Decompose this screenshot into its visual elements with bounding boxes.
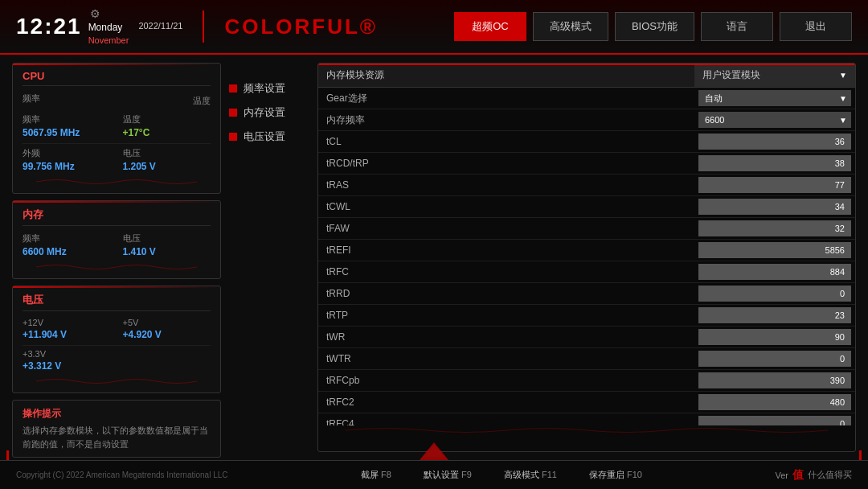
dropdown-arrow-icon[interactable]: ▼ bbox=[839, 116, 847, 125]
mem-table-row[interactable]: tCWL34 bbox=[318, 196, 855, 218]
mem-row-label: tRFC2 bbox=[318, 393, 694, 411]
cpu-volt-value: 1.205 V bbox=[123, 161, 211, 172]
mem-row-value[interactable]: 23 bbox=[694, 305, 855, 326]
smzdm-text: 什么值得买 bbox=[808, 469, 852, 481]
wave-decoration-volt bbox=[23, 376, 211, 386]
cpu-stats-row2: 外频 99.756 MHz 电压 1.205 V bbox=[23, 143, 211, 172]
mem-row-value[interactable]: 36 bbox=[694, 131, 855, 152]
mem-row-value[interactable]: 5856 bbox=[694, 240, 855, 261]
mem-table-row[interactable]: tRAS77 bbox=[318, 175, 855, 196]
bottom-save: 保存重启 F10 bbox=[589, 469, 642, 481]
mem-row-value[interactable]: 90 bbox=[694, 327, 855, 347]
nav-overclocking[interactable]: 超频OC bbox=[454, 12, 526, 41]
version-label: Ver bbox=[775, 471, 788, 480]
mem-row-label: tRFCpb bbox=[318, 372, 694, 389]
menu-freq-settings[interactable]: 频率设置 bbox=[229, 79, 309, 98]
v12-item: +12V +11.904 V bbox=[23, 318, 111, 340]
mem-table-row[interactable]: tWR90 bbox=[318, 327, 855, 348]
mem-row-label: tREFI bbox=[318, 241, 694, 259]
mem-row-value[interactable]: 0 bbox=[694, 348, 855, 369]
mem-table-row[interactable]: tFAW32 bbox=[318, 218, 855, 240]
menu-volt-settings[interactable]: 电压设置 bbox=[229, 127, 309, 146]
mem-row-label: 内存频率 bbox=[318, 110, 694, 130]
mem-row-value[interactable]: 38 bbox=[694, 153, 855, 174]
left-panel: CPU 频率 温度 频率 5067.95 MHz 温度 +17°C bbox=[12, 63, 221, 452]
mem-row-label: tRRD bbox=[318, 285, 694, 302]
mem-row-value[interactable]: 390 bbox=[694, 370, 855, 391]
v12-label: +12V bbox=[23, 318, 111, 327]
bottom-default: 默认设置 F9 bbox=[424, 469, 472, 481]
mem-table-row[interactable]: tRFC40 bbox=[318, 413, 855, 425]
mem-row-value[interactable]: 34 bbox=[694, 196, 855, 217]
nav-language[interactable]: 语言 bbox=[701, 12, 773, 41]
mem-row-value[interactable]: 0 bbox=[694, 413, 855, 425]
mem-row-value[interactable]: 32 bbox=[694, 218, 855, 239]
volt-row2: +3.3V +3.312 V bbox=[23, 345, 211, 372]
mem-table-row[interactable]: tRCD/tRP38 bbox=[318, 153, 855, 175]
v5-label: +5V bbox=[123, 318, 211, 327]
mem-table-row[interactable]: tRFCpb390 bbox=[318, 370, 855, 392]
mem-row-label: tWTR bbox=[318, 350, 694, 368]
cpu-freq-label: 频率 bbox=[23, 92, 211, 105]
mem-row-value[interactable]: 884 bbox=[694, 261, 855, 282]
nav-advanced[interactable]: 高级模式 bbox=[533, 12, 608, 41]
mem-volt-item: 电压 1.410 V bbox=[123, 232, 211, 257]
cpu-volt-label: 电压 bbox=[123, 147, 211, 159]
v5-item: +5V +4.920 V bbox=[123, 318, 211, 340]
mem-table-row[interactable]: tRTP23 bbox=[318, 305, 855, 327]
bottom-bar: Copyright (C) 2022 American Megatrends I… bbox=[0, 460, 868, 489]
memory-title: 内存 bbox=[23, 208, 211, 226]
cpu-temp-item: 温度 +17°C bbox=[123, 113, 211, 138]
red-square-icon2 bbox=[229, 109, 237, 117]
date-value: 2022/11/21 bbox=[138, 20, 182, 32]
mem-table-row[interactable]: tRFC884 bbox=[318, 261, 855, 283]
mem-table-row[interactable]: Gear选择自动▼ bbox=[318, 88, 855, 109]
month-name: November bbox=[88, 35, 129, 47]
mem-row-label: Gear选择 bbox=[318, 88, 694, 109]
bottom-screenshot: 截屏 F8 bbox=[361, 469, 391, 481]
mem-row-label: tCL bbox=[318, 133, 694, 150]
cpu-temp-label2: 温度 bbox=[123, 113, 211, 125]
v33-value: +3.312 V bbox=[23, 360, 211, 372]
header-left: 12:21 ⚙ Monday November 2022/11/21 COLOR… bbox=[16, 6, 378, 47]
cpu-temp-value: +17°C bbox=[123, 127, 211, 138]
hint-box: 操作提示 选择内存参数模块，以下的参数数值都是属于当前跑的值，而不是自动设置 bbox=[12, 400, 221, 458]
mem-row-value[interactable]: 77 bbox=[694, 175, 855, 195]
dropdown-arrow-icon[interactable]: ▼ bbox=[839, 94, 847, 103]
mem-header-left: 内存模块资源 bbox=[318, 64, 694, 87]
mem-table-row[interactable]: tRRD0 bbox=[318, 283, 855, 305]
cpu-freq-label2: 频率 bbox=[23, 113, 111, 125]
gear-icon-header: ⚙ bbox=[90, 7, 100, 20]
cpu-ext-item: 外频 99.756 MHz bbox=[23, 147, 111, 172]
nav-exit[interactable]: 退出 bbox=[780, 12, 852, 41]
memory-box: 内存 频率 6600 MHz 电压 1.410 V bbox=[12, 200, 221, 279]
brand-divider bbox=[203, 10, 204, 43]
mem-table-row[interactable]: tCL36 bbox=[318, 131, 855, 153]
header-dropdown-arrow[interactable]: ▼ bbox=[839, 71, 847, 80]
mem-row-value[interactable]: 自动▼ bbox=[694, 88, 855, 109]
mem-table-row[interactable]: tRFC2480 bbox=[318, 392, 855, 413]
voltage-box: 电压 +12V +11.904 V +5V +4.920 V +3.3V +3.… bbox=[12, 286, 221, 393]
red-square-icon bbox=[229, 84, 237, 92]
bottom-right-logo: Ver 值 什么值得买 bbox=[775, 468, 852, 483]
cpu-temp-label: 温度 bbox=[193, 95, 211, 107]
wave-decoration-mem bbox=[23, 262, 211, 272]
mem-header-right-label: 用户设置模块 bbox=[702, 68, 760, 82]
mem-table-row[interactable]: tREFI5856 bbox=[318, 240, 855, 261]
mem-row-value[interactable]: 6600▼ bbox=[694, 109, 855, 130]
menu-mem-settings[interactable]: 内存设置 bbox=[229, 103, 309, 122]
mem-row-value[interactable]: 0 bbox=[694, 283, 855, 304]
v33-label: +3.3V bbox=[23, 349, 211, 359]
wave-decoration-table bbox=[318, 425, 855, 435]
menu-freq-label: 频率设置 bbox=[244, 81, 285, 96]
menu-volt-label: 电压设置 bbox=[244, 129, 285, 144]
nav-bios[interactable]: BIOS功能 bbox=[615, 12, 694, 41]
mem-volt-value: 1.410 V bbox=[123, 246, 211, 257]
mem-table-row[interactable]: tWTR0 bbox=[318, 348, 855, 370]
mem-row-value[interactable]: 480 bbox=[694, 392, 855, 413]
cpu-ext-label: 外频 bbox=[23, 147, 111, 159]
clock-block: 12:21 ⚙ Monday November 2022/11/21 bbox=[16, 6, 182, 47]
mem-row-label: tRTP bbox=[318, 306, 694, 324]
mem-table-row[interactable]: 内存频率6600▼ bbox=[318, 109, 855, 131]
bottom-copyright: Copyright (C) 2022 American Megatrends I… bbox=[16, 471, 227, 479]
